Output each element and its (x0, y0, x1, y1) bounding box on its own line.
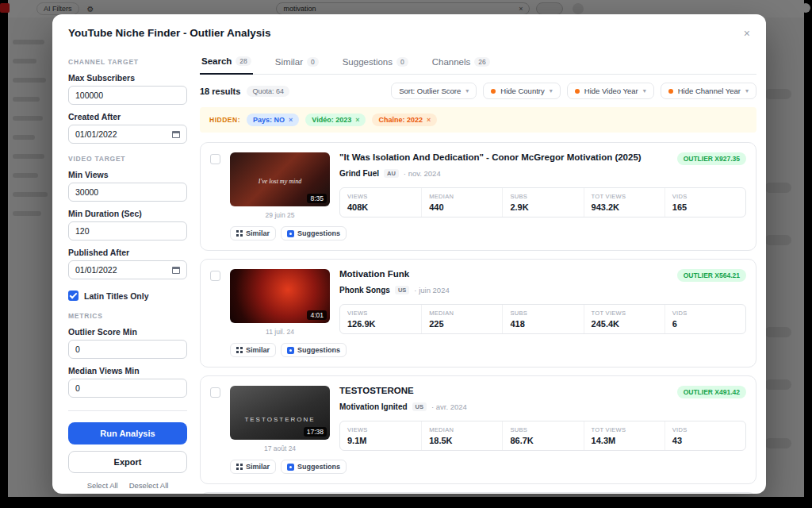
filters-sidebar: CHANNEL TARGET Max Subscribers Created A… (52, 47, 200, 494)
thumbnail-text: TESTOSTERONE (230, 416, 330, 423)
suggestions-button[interactable]: Suggestions (281, 460, 347, 474)
hidden-chip-video-year[interactable]: Vidéo: 2023 × (305, 114, 366, 126)
stats-row: VIEWS126.9K MEDIAN225 SUBS418 TOT VIEWS2… (339, 304, 746, 334)
channel-name[interactable]: Motivation Ignited (339, 402, 408, 411)
results-list[interactable]: I've lost my mind 8:35 29 juin 25 Simila… (200, 133, 756, 494)
video-title[interactable]: "It Was Isolation And Dedication" - Cono… (339, 152, 669, 162)
grid-icon (236, 347, 243, 353)
tab-similar[interactable]: Similar 0 (274, 53, 320, 74)
similar-button[interactable]: Similar (230, 460, 276, 474)
max-subscribers-label: Max Subscribers (68, 73, 187, 83)
hide-country-label: Hide Country (500, 87, 544, 95)
hidden-label: HIDDEN: (209, 116, 240, 124)
hide-video-year-dropdown[interactable]: Hide Video Year ▾ (567, 83, 654, 99)
outlier-badge: OUTLIER X927.35 (677, 152, 746, 165)
tab-label: Similar (275, 57, 303, 67)
card-checkbox[interactable] (210, 387, 220, 398)
stat-cell: VIEWS126.9K (340, 305, 421, 333)
metrics-header: METRICS (68, 312, 187, 320)
outlier-score-min-field[interactable] (68, 340, 187, 359)
video-title[interactable]: TESTOSTERONE (339, 386, 669, 395)
tab-count-badge: 0 (396, 57, 408, 67)
suggestions-icon (287, 347, 294, 354)
close-icon[interactable]: × (289, 116, 293, 124)
video-thumbnail[interactable]: 4:01 (230, 269, 330, 323)
hide-country-dropdown[interactable]: Hide Country ▾ (483, 83, 560, 99)
hide-channel-year-dropdown[interactable]: Hide Channel Year ▾ (661, 83, 756, 99)
chevron-down-icon: ▾ (465, 87, 469, 94)
card-checkbox[interactable] (210, 154, 220, 164)
select-all-link[interactable]: Select All (87, 481, 118, 490)
card-checkbox[interactable] (210, 271, 220, 281)
channel-date: · nov. 2024 (404, 169, 441, 178)
run-analysis-button[interactable]: Run Analysis (68, 422, 187, 444)
hidden-chip-channel-year[interactable]: Chaîne: 2022 × (372, 114, 437, 126)
suggestions-icon (287, 464, 294, 471)
stat-cell: VIEWS9.1M (340, 421, 421, 450)
chevron-down-icon: ▾ (550, 87, 553, 94)
calendar-icon[interactable] (172, 131, 180, 138)
stat-cell: TOT VIEWS943.2K (584, 188, 665, 217)
results-toolbar: 18 results Quota: 64 Sort: Outlier Score… (200, 75, 756, 107)
latin-titles-label: Latin Titles Only (84, 291, 149, 301)
sidebar-footer: Run Analysis Export Select All Deselect … (68, 410, 187, 490)
thumbnail-text: I've lost my mind (230, 178, 330, 185)
median-views-min-field[interactable] (68, 379, 187, 398)
created-after-value: 01/01/2022 (75, 129, 117, 139)
video-thumbnail[interactable]: TESTOSTERONE 17:38 (230, 386, 330, 440)
sort-dropdown[interactable]: Sort: Outlier Score ▾ (391, 83, 477, 99)
result-card: Be Unstoppable OUTLIER X425.59 Motivatio… (200, 492, 756, 494)
modal-title: YouTube Niche Finder - Outlier Analysis (68, 27, 271, 39)
outlier-score-min-label: Outlier Score Min (68, 327, 187, 337)
tab-suggestions[interactable]: Suggestions 0 (341, 53, 410, 74)
export-button[interactable]: Export (68, 451, 187, 473)
similar-button[interactable]: Similar (230, 226, 276, 241)
stat-cell: MEDIAN440 (421, 188, 502, 217)
publish-date: 11 juil. 24 (230, 328, 330, 336)
outlier-badge: OUTLIER X564.21 (677, 269, 746, 282)
max-subscribers-field[interactable] (68, 86, 187, 105)
suggestions-button[interactable]: Suggestions (281, 226, 347, 241)
checkbox-checked-icon[interactable] (68, 291, 79, 301)
tab-bar: Search 28 Similar 0 Suggestions 0 Channe… (200, 47, 756, 75)
country-badge: US (412, 402, 427, 411)
min-views-field[interactable] (68, 183, 187, 202)
channel-name[interactable]: Phonk Songs (339, 286, 390, 294)
stat-cell: TOT VIEWS245.4K (584, 305, 665, 333)
stat-cell: VIDS6 (665, 305, 745, 333)
chip-text: Vidéo: 2023 (312, 116, 351, 124)
published-after-label: Published After (68, 248, 187, 257)
tab-count-badge: 28 (236, 56, 251, 66)
stat-cell: MEDIAN225 (421, 305, 502, 333)
result-card: 4:01 11 juil. 24 Similar Suggestions (200, 259, 756, 368)
country-badge: US (395, 286, 409, 294)
close-icon[interactable]: × (355, 116, 359, 124)
created-after-label: Created After (68, 112, 187, 121)
published-after-field[interactable]: 01/01/2022 (68, 260, 187, 279)
stat-cell: VIEWS408K (340, 188, 421, 217)
similar-button[interactable]: Similar (230, 343, 276, 357)
hidden-chip-country[interactable]: Pays: NO × (247, 114, 299, 126)
suggestions-icon (287, 230, 294, 237)
median-views-min-label: Median Views Min (68, 366, 187, 375)
created-after-field[interactable]: 01/01/2022 (68, 125, 187, 144)
tab-search[interactable]: Search 28 (200, 53, 253, 75)
duration-badge: 17:38 (304, 427, 327, 437)
video-title[interactable]: Motivation Funk (339, 269, 669, 279)
chip-text: Pays: NO (253, 116, 285, 124)
channel-name[interactable]: Grind Fuel (339, 169, 379, 178)
suggestions-button[interactable]: Suggestions (281, 343, 347, 357)
calendar-icon[interactable] (172, 267, 180, 274)
modal-header: YouTube Niche Finder - Outlier Analysis … (52, 14, 766, 47)
duration-badge: 8:35 (307, 194, 327, 203)
close-icon[interactable]: × (744, 28, 750, 39)
min-views-label: Min Views (68, 170, 187, 179)
latin-titles-checkbox-row[interactable]: Latin Titles Only (68, 291, 187, 301)
similar-label: Similar (246, 346, 270, 354)
tab-channels[interactable]: Channels 26 (431, 53, 492, 74)
close-icon[interactable]: × (427, 116, 431, 124)
video-thumbnail[interactable]: I've lost my mind 8:35 (230, 152, 330, 206)
suggestions-label: Suggestions (297, 463, 340, 471)
deselect-all-link[interactable]: Deselect All (129, 481, 169, 490)
min-duration-field[interactable] (68, 221, 187, 241)
